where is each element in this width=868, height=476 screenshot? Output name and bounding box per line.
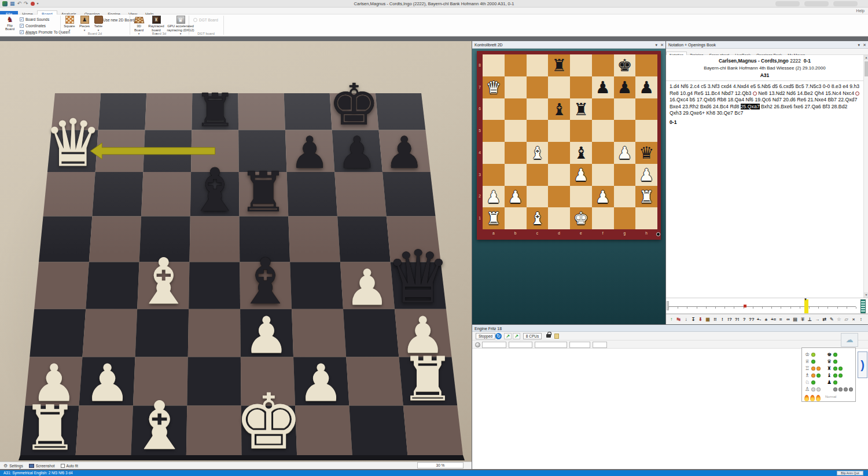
engine-analysis-icon-2[interactable]: ↗ — [513, 333, 520, 339]
annotation-symbol-±[interactable]: ± — [763, 317, 770, 322]
move-8.e3[interactable]: 8.e3 — [832, 83, 841, 89]
square-e3[interactable] — [570, 164, 592, 186]
square-a5[interactable] — [483, 120, 505, 142]
square-b3[interactable] — [505, 164, 527, 186]
move-5.Nb5[interactable]: 5.Nb5 — [757, 83, 771, 89]
square-b8[interactable] — [505, 54, 527, 76]
annotation-symbol-▦[interactable]: ▦ — [704, 317, 712, 322]
square-e7[interactable] — [570, 76, 592, 98]
square-g7[interactable] — [614, 76, 636, 98]
square-g4[interactable] — [614, 142, 636, 164]
annotation-symbol-??[interactable]: ?? — [748, 317, 756, 322]
square-d4[interactable] — [548, 142, 570, 164]
move-Re8[interactable]: Re8 — [670, 90, 679, 96]
move-Nd7[interactable]: Nd7 — [773, 97, 782, 102]
move-0-0[interactable]: 0-0 — [823, 83, 830, 89]
annotation-symbol-✎[interactable]: ✎ — [828, 317, 836, 322]
square-d8[interactable] — [548, 54, 570, 76]
move-cxd4[interactable]: cxd4 — [721, 83, 731, 89]
engine-input-2[interactable] — [509, 342, 532, 348]
square-d7[interactable] — [548, 76, 570, 98]
annotation-symbol-∞[interactable]: ∞ — [785, 317, 792, 322]
move-19.Qc6[interactable]: 19.Qc6 — [755, 97, 771, 102]
move-Kh8[interactable]: Kh8 — [707, 110, 715, 116]
move-2.c4[interactable]: 2.c4 — [690, 83, 699, 89]
move-9.h3[interactable]: 9.h3 — [849, 83, 859, 89]
panel-menu-icon[interactable]: ▾ — [858, 41, 860, 49]
annotation-symbol-?![interactable]: ?! — [733, 317, 741, 322]
move-26.Bxe6[interactable]: 26.Bxe6 — [774, 104, 792, 109]
annotation-symbol-↧[interactable]: ↧ — [690, 317, 697, 322]
move-23.Rh2[interactable]: 23.Rh2 — [682, 104, 698, 109]
square-a7[interactable] — [483, 76, 505, 98]
annotation-symbol-↑[interactable]: ↑ — [668, 317, 675, 322]
engine-input-3[interactable] — [535, 342, 567, 348]
move-Bb7[interactable]: Bb7 — [827, 97, 836, 102]
move-Bf3[interactable]: Bf3 — [822, 104, 830, 109]
square-g5[interactable] — [614, 120, 636, 142]
qa-more-icon[interactable]: ▾ — [37, 0, 39, 8]
square-c8[interactable] — [527, 54, 549, 76]
board-2d[interactable]: ♜♚♛♟♟♟♝♜♝♝♟♛♟♟♟♟♟♜♜♝♚ — [483, 54, 657, 229]
toolbar-item-auto-fit[interactable]: Auto fit — [61, 464, 78, 468]
evaluation-strip[interactable]: ▼ — [666, 298, 868, 314]
square-d5[interactable] — [548, 120, 570, 142]
move-list[interactable]: 1.d4 Nf6 2.c4 c5 3.Nf3 cxd4 4.Nxd4 e5 5.… — [666, 81, 863, 119]
square-f7[interactable] — [592, 76, 614, 98]
window-control-close[interactable] — [833, 1, 858, 6]
redo-icon[interactable]: ↷ — [24, 0, 28, 8]
annotation-symbol-=[interactable]: = — [777, 317, 785, 322]
square-h5[interactable] — [635, 120, 657, 142]
annotation-symbol-!?[interactable]: !? — [726, 317, 734, 322]
panel-close-icon[interactable]: ✕ — [863, 41, 866, 49]
square-b1[interactable] — [505, 207, 527, 229]
notation-scrollbar[interactable]: ▲ ▼ — [863, 55, 868, 298]
move-Qxh3[interactable]: Qxh3 — [670, 110, 682, 116]
dropdown-table[interactable]: Table▾ — [91, 16, 105, 32]
square-a3[interactable] — [483, 164, 505, 186]
dgt-board-item[interactable]: DGT Board — [193, 18, 218, 22]
move-c5[interactable]: c5 — [701, 83, 706, 89]
move-Re5[interactable]: Re5 — [694, 90, 704, 96]
move-30.Qe7[interactable]: 30.Qe7 — [716, 110, 733, 116]
move-Re6[interactable]: Re6 — [797, 97, 806, 102]
square-h4[interactable] — [635, 142, 657, 164]
square-h8[interactable] — [635, 54, 657, 76]
scroll-down-icon[interactable]: ▼ — [864, 292, 868, 298]
annotation-symbol-▤[interactable]: ▤ — [792, 317, 799, 322]
engine-restart-icon[interactable]: ↻ — [495, 333, 502, 339]
move-Bxh2[interactable]: Bxh2 — [761, 104, 773, 109]
square-g6[interactable] — [614, 98, 636, 120]
move-7.N5c3[interactable]: 7.N5c3 — [806, 83, 822, 89]
move-Nxc4[interactable]: Nxc4 — [843, 90, 854, 96]
annotation-symbol-∓[interactable]: ∓ — [799, 317, 807, 322]
square-d3[interactable] — [548, 164, 570, 186]
move-d5[interactable]: d5 — [772, 83, 778, 89]
move-16.Qxc4[interactable]: 16.Qxc4 — [670, 97, 688, 102]
engine-cpus-button[interactable]: 8 CPUs — [523, 333, 542, 339]
engine-input-4[interactable] — [569, 342, 590, 348]
square-f1[interactable] — [592, 207, 614, 229]
window-control-minimize[interactable] — [775, 1, 800, 6]
cloud-engine-button[interactable]: ☁ — [841, 333, 858, 347]
square-e2[interactable] — [570, 186, 592, 208]
move-10.g4[interactable]: 10.g4 — [680, 90, 693, 96]
annotation-symbol-![interactable]: ! — [719, 317, 726, 322]
scroll-up-icon[interactable]: ▲ — [864, 55, 868, 60]
help-link[interactable]: Help — [856, 8, 865, 14]
annotation-symbol-⬇[interactable]: ⬇ — [697, 317, 704, 322]
square-f3[interactable] — [592, 164, 614, 186]
flip-board-button[interactable]: ♞ Flip Board — [2, 16, 17, 31]
board-3d[interactable] — [0, 41, 472, 462]
annotation-symbol-▱[interactable]: ▱ — [843, 317, 850, 322]
move-Nd6[interactable]: Nd6 — [786, 90, 796, 96]
move-Qh4[interactable]: Qh4 — [814, 90, 823, 96]
move-Bxe4[interactable]: Bxe4 — [670, 104, 681, 109]
square-b6[interactable] — [505, 98, 527, 120]
move-Nf6[interactable]: Nf6 — [745, 97, 753, 102]
square-h3[interactable] — [635, 164, 657, 186]
square-a8[interactable] — [483, 54, 505, 76]
move-27.Qa6[interactable]: 27.Qa6 — [804, 104, 821, 109]
engine-input-1[interactable] — [482, 342, 506, 348]
move-13.Nd2[interactable]: 13.Nd2 — [769, 90, 785, 96]
